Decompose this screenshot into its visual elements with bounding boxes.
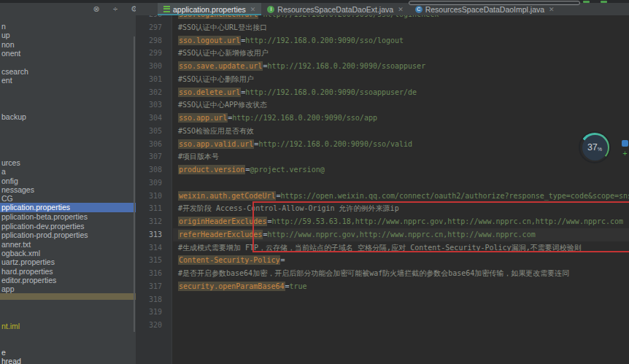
line-numbers: 296 297 298 299 300 301 302 303 304 305 … (136, 8, 172, 332)
code-line: #生成模式需要增加 FTP，云存储，当前站点的子域名 空格分隔,应对 Conte… (173, 241, 629, 255)
line-number: 320 (136, 319, 172, 332)
overlay-plus-icon[interactable]: + (621, 149, 629, 158)
tree-item[interactable]: backup (1, 112, 134, 122)
code-line: #SSO认证中心APP修改状态 (173, 98, 629, 112)
line-number: 304 (136, 112, 172, 125)
code-line: originHeaderExcludes=http://59.53.63.18,… (173, 215, 629, 228)
close-icon[interactable]: ✕ (398, 6, 404, 13)
line-number: 308 (136, 163, 172, 177)
tree-item[interactable]: onent (1, 49, 134, 58)
tree-item[interactable]: uartz.properties (1, 257, 134, 267)
line-number: 297 (136, 21, 172, 34)
line-number: 301 (136, 73, 172, 86)
divide-collapse-icon[interactable]: ÷ (109, 4, 121, 15)
interface-icon: I (267, 6, 274, 13)
tab-label: ResourcesSpaceDataDaoExt.java (277, 5, 393, 14)
close-circle-icon[interactable]: ⊗ (90, 4, 102, 15)
code-line: #项目版本号 (173, 150, 629, 163)
line-number: 300 (136, 60, 172, 73)
line-number: 311 (136, 202, 172, 215)
titlebar-searchbox-fragment (409, 1, 580, 5)
properties-file-icon (163, 6, 170, 12)
line-number: 302 (136, 86, 172, 99)
line-number: 319 (136, 306, 172, 319)
overlay-blue-dot-icon[interactable] (622, 140, 628, 147)
titlebar-fragment (0, 0, 629, 3)
line-number: 309 (136, 177, 172, 190)
tree-item[interactable]: up (1, 31, 134, 40)
line-number-current: 313 (136, 228, 172, 241)
project-panel-header: ⊗ ÷ ⚙ — (0, 3, 136, 15)
line-number: 316 (136, 267, 172, 280)
panel-scrollbar[interactable] (134, 36, 135, 332)
line-number: 307 (136, 150, 172, 163)
tree-item-highlight-bar (0, 293, 136, 300)
tree-item[interactable]: pplication-prod.properties (1, 231, 134, 240)
code-line: Content-Security-Policy= (173, 254, 629, 267)
code-line (173, 293, 629, 306)
tab-application-properties[interactable]: application.properties ✕ (158, 3, 261, 15)
line-number: 312 (136, 215, 172, 228)
code-area[interactable]: sso.logincheck.url=http://192.168.0.200:… (173, 8, 629, 332)
code-line-current: referHeaderExcludes=http://www.npprc.gov… (173, 228, 629, 241)
ide-window: 296 297 298 299 300 301 302 303 304 305 … (0, 0, 629, 364)
close-icon[interactable]: ✕ (250, 6, 256, 13)
code-line: sso.save.update.url=http://192.168.0.200… (173, 60, 629, 73)
code-line: #SSO检验应用是否有效 (173, 125, 629, 138)
code-line: sso.app.valid.url=http://192.168.0.200:9… (173, 138, 629, 151)
line-number: 299 (136, 47, 172, 60)
tab-label: ResourcesSpaceDataDaoImpl.java (425, 5, 544, 14)
tree-item[interactable]: pplication-beta.properties (1, 212, 134, 222)
code-line (173, 319, 629, 332)
project-tree-panel: ⊗ ÷ ⚙ — n up non onent csearch ent backu… (0, 0, 136, 364)
titlebar-green-dot-icon (583, 1, 590, 3)
class-icon: C (415, 6, 422, 13)
tree-item[interactable]: a (1, 167, 134, 177)
code-line: product.version=@project.version@ (173, 163, 629, 177)
code-line (173, 177, 629, 190)
code-line: sso.logout.url=http://192.168.0.200:9090… (173, 34, 629, 47)
code-line: weixin.auth.getCodeUrl=https://open.weix… (173, 190, 629, 203)
tree-item-selected-application-properties[interactable]: pplication.properties (0, 203, 136, 212)
tab-resources-space-data-dao-ext[interactable]: I ResourcesSpaceDataDaoExt.java ✕ (261, 3, 409, 15)
tree-item[interactable]: hread (1, 357, 134, 364)
editor-pane[interactable]: 296 297 298 299 300 301 302 303 304 305 … (136, 0, 629, 364)
line-number: 318 (136, 293, 172, 306)
line-number: 303 (136, 98, 172, 112)
code-line: #SSO认证中心删除用户 (173, 73, 629, 86)
code-line: #开发阶段 Access-Control-Allow-Origin 允许的例外来… (173, 202, 629, 215)
editor-gutter: 296 297 298 299 300 301 302 303 304 305 … (136, 0, 172, 364)
code-line: #是否开启参数base64加密，开启后部分功能会加密可能被waf防火墙拦截的参数… (173, 267, 629, 280)
line-number: 314 (136, 241, 172, 255)
line-number: 317 (136, 280, 172, 293)
code-line: sso.delete.url=http://192.168.0.200:9090… (173, 86, 629, 99)
code-line: security.openParamBase64=true (173, 280, 629, 293)
code-line (173, 306, 629, 319)
active-tab-underline (158, 14, 261, 15)
code-line: #SSO认证中心新增修改用户 (173, 47, 629, 60)
tab-label: application.properties (173, 5, 246, 14)
line-number: 315 (136, 254, 172, 267)
progress-circle-face: 37 % (582, 135, 608, 160)
close-icon[interactable]: ✕ (549, 6, 555, 13)
tree-item-iml[interactable]: nt.iml (1, 322, 134, 331)
line-number: 306 (136, 138, 172, 151)
code-line: sso.app.url=http://192.168.0.200:9090/ss… (173, 112, 629, 125)
percent-symbol: % (598, 147, 602, 152)
tree-item[interactable]: ent (1, 76, 134, 85)
line-number: 305 (136, 125, 172, 138)
line-number: 298 (136, 34, 172, 47)
code-line: #SSO认证中心URL登出接口 (173, 21, 629, 34)
progress-circle-widget[interactable]: 37 % (580, 133, 609, 162)
progress-percent-value: 37 (587, 142, 598, 152)
line-number: 310 (136, 190, 172, 203)
titlebar-green-dot-icon (601, 1, 607, 3)
